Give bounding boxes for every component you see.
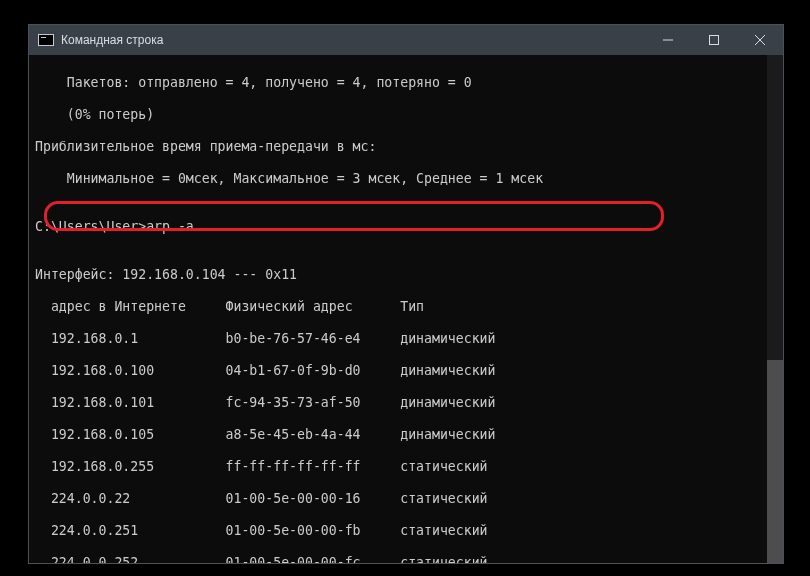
minimize-button[interactable]: [645, 25, 691, 55]
maximize-button[interactable]: [691, 25, 737, 55]
scrollbar-track[interactable]: [767, 55, 783, 563]
arp-entry: 224.0.0.251 01-00-5e-00-00-fb статически…: [35, 523, 777, 539]
close-button[interactable]: [737, 25, 783, 55]
arp-entry: 192.168.0.105 a8-5e-45-eb-4a-44 динамиче…: [35, 427, 777, 443]
arp-entry: 192.168.0.255 ff-ff-ff-ff-ff-ff статичес…: [35, 459, 777, 475]
window-title: Командная строка: [61, 33, 645, 47]
command-prompt-window: Командная строка Пакетов: отправлено = 4…: [28, 24, 784, 564]
output-line: Приблизительное время приема-передачи в …: [35, 139, 777, 155]
output-line: (0% потерь): [35, 107, 777, 123]
scrollbar-thumb[interactable]: [767, 360, 783, 563]
svg-rect-1: [710, 36, 719, 45]
interface-header: Интерфейс: 192.168.0.104 --- 0x11: [35, 267, 777, 283]
table-header: адрес в Интернете Физический адрес Тип: [35, 299, 777, 315]
arp-entry: 224.0.0.252 01-00-5e-00-00-fc статически…: [35, 555, 777, 563]
prompt-line: C:\Users\User>arp -a: [35, 219, 777, 235]
titlebar[interactable]: Командная строка: [29, 25, 783, 55]
output-line: Пакетов: отправлено = 4, получено = 4, п…: [35, 75, 777, 91]
output-line: Минимальное = 0мсек, Максимальное = 3 мс…: [35, 171, 777, 187]
arp-entry: 224.0.0.22 01-00-5e-00-00-16 статический: [35, 491, 777, 507]
arp-entry: 192.168.0.100 04-b1-67-0f-9b-d0 динамиче…: [35, 363, 777, 379]
cmd-icon: [38, 34, 54, 46]
arp-entry-gateway: 192.168.0.1 b0-be-76-57-46-e4 динамическ…: [35, 331, 777, 347]
terminal-output[interactable]: Пакетов: отправлено = 4, получено = 4, п…: [29, 55, 783, 563]
arp-entry: 192.168.0.101 fc-94-35-73-af-50 динамиче…: [35, 395, 777, 411]
